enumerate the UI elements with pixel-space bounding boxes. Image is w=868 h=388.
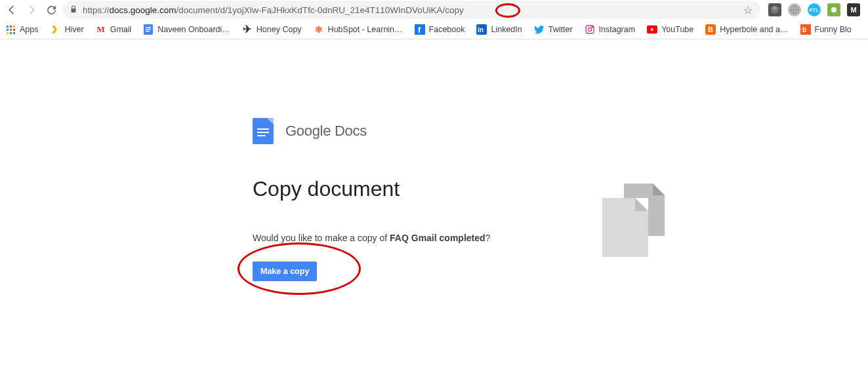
bookmark-item[interactable]: bFunny Blo [800, 24, 852, 35]
page-title: Copy document [253, 177, 868, 201]
bookmark-item[interactable]: YouTube [647, 24, 693, 35]
bookmark-item[interactable]: fFacebook [415, 24, 465, 35]
svg-point-2 [831, 7, 837, 12]
extension-icon[interactable] [788, 3, 801, 16]
bookmark-label: Honey Copy [257, 25, 302, 34]
bookmark-item[interactable]: Instagram [585, 24, 636, 35]
brand-row: Google Docs [253, 118, 868, 144]
svg-rect-13 [146, 27, 151, 28]
bookmark-star-icon[interactable]: ☆ [743, 4, 753, 16]
tw-icon [534, 24, 545, 35]
lock-icon [70, 5, 77, 15]
svg-text:b: b [802, 26, 806, 33]
bookmark-label: YouTube [661, 25, 693, 34]
svg-point-21 [588, 28, 591, 31]
extension-icon[interactable]: FTL [808, 3, 821, 16]
bookmark-item[interactable]: inLinkedIn [476, 24, 522, 35]
bookmark-label: Facebook [429, 25, 465, 34]
bookmark-item[interactable]: Twitter [534, 24, 573, 35]
bookmark-label: Apps [20, 25, 39, 34]
page-content: Google Docs Copy document Would you like… [0, 39, 868, 281]
bookmark-label: Hyperbole and a… [720, 25, 788, 34]
honey-icon: ✈ [242, 24, 253, 35]
nav-reload-button[interactable] [43, 2, 59, 18]
svg-rect-10 [10, 32, 12, 34]
fb2-icon: b [800, 24, 811, 35]
bookmark-label: Instagram [599, 25, 636, 34]
bookmark-item[interactable]: Apps [5, 24, 39, 35]
svg-rect-15 [146, 31, 150, 32]
copy-prompt: Would you like to make a copy of FAQ Gma… [253, 233, 868, 243]
svg-text:in: in [478, 26, 484, 33]
doc-name: FAQ Gmail completed [390, 233, 485, 243]
svg-rect-5 [13, 26, 15, 28]
gmail-icon: M [96, 24, 106, 35]
in-icon: in [476, 24, 487, 35]
extension-icons: FTL M [764, 3, 864, 16]
svg-text:B: B [708, 26, 713, 33]
nav-forward-button[interactable] [24, 2, 39, 18]
svg-rect-8 [13, 29, 15, 31]
brand-text: Google Docs [285, 123, 367, 140]
svg-rect-11 [13, 32, 15, 34]
bookmark-label: HubSpot - Learnin… [328, 25, 403, 34]
bookmark-label: LinkedIn [491, 25, 522, 34]
bookmarks-bar: AppsHiverMGmailNaveen Onboardi…✈Honey Co… [0, 20, 868, 39]
bookmark-item[interactable]: MGmail [96, 24, 132, 35]
yt-icon [647, 24, 657, 35]
bookmark-item[interactable]: ✱HubSpot - Learnin… [314, 24, 403, 35]
hubspot-icon: ✱ [314, 24, 324, 35]
bookmark-label: Naveen Onboardi… [157, 25, 230, 34]
bookmark-item[interactable]: Hiver [51, 24, 84, 35]
svg-rect-6 [7, 29, 9, 31]
apps-icon [5, 24, 16, 35]
extension-icon[interactable]: M [847, 3, 860, 16]
url-text: https://docs.google.com/document/d/1yojX… [83, 5, 738, 15]
hiver-icon [51, 24, 61, 35]
make-a-copy-button[interactable]: Make a copy [253, 262, 317, 281]
svg-point-22 [592, 26, 592, 27]
bookmark-item[interactable]: Naveen Onboardi… [143, 24, 230, 35]
bookmark-label: Hiver [65, 25, 84, 34]
svg-rect-3 [7, 26, 9, 28]
browser-toolbar: https://docs.google.com/document/d/1yojX… [0, 0, 868, 20]
fb-icon: f [415, 24, 425, 35]
bookmark-label: Funny Blo [815, 25, 852, 34]
bookmark-label: Gmail [110, 25, 132, 34]
bookmark-item[interactable]: BHyperbole and a… [705, 24, 788, 35]
bookmark-item[interactable]: ✈Honey Copy [242, 24, 302, 35]
svg-rect-7 [10, 29, 12, 31]
svg-rect-4 [10, 26, 12, 28]
svg-rect-9 [7, 32, 9, 34]
address-bar[interactable]: https://docs.google.com/document/d/1yojX… [63, 1, 760, 19]
google-docs-icon [253, 118, 274, 144]
extension-icon[interactable] [827, 3, 840, 16]
nav-back-button[interactable] [4, 2, 20, 18]
bookmark-label: Twitter [548, 25, 573, 34]
svg-text:f: f [418, 25, 421, 35]
ig-icon [585, 24, 595, 35]
document-stack-illustration [602, 184, 665, 262]
docs-icon [143, 24, 154, 35]
svg-rect-14 [146, 29, 151, 30]
bl-icon: B [705, 24, 716, 35]
extension-icon[interactable] [768, 3, 781, 16]
